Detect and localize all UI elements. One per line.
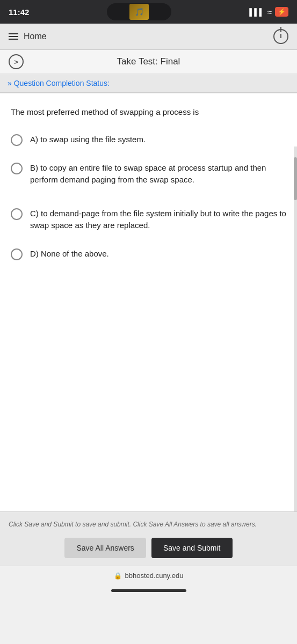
status-bar-center-pill: 🎵 <box>107 3 171 20</box>
wifi-icon: ≈ <box>267 8 272 17</box>
radio-d[interactable] <box>11 248 23 260</box>
battery-icon: ⚡ <box>275 7 288 17</box>
content-wrapper: The most preferred method of swapping a … <box>0 93 297 511</box>
lock-icon: 🔒 <box>114 572 122 580</box>
option-c[interactable]: C) to demand-page from the file system i… <box>11 208 286 232</box>
footer-buttons: Save All Answers Save and Submit <box>9 538 288 558</box>
radio-b[interactable] <box>11 163 23 174</box>
footer-area: Click Save and Submit to save and submit… <box>0 511 297 566</box>
option-d-text: D) None of the above. <box>30 248 109 260</box>
hamburger-icon <box>9 33 18 40</box>
main-content: The most preferred method of swapping a … <box>0 93 297 511</box>
radio-c[interactable] <box>11 208 23 220</box>
url-text: bbhosted.cuny.edu <box>125 572 184 580</box>
nav-bar: Home <box>0 24 297 50</box>
power-button[interactable] <box>273 29 288 44</box>
completion-status-bar: Question Completion Status: <box>0 74 297 93</box>
back-button[interactable]: > <box>9 54 24 69</box>
option-d[interactable]: D) None of the above. <box>11 248 286 260</box>
status-bar: 11:42 🎵 ▌▌▌ ≈ ⚡ <box>0 0 297 24</box>
scrollbar-track[interactable] <box>294 147 297 511</box>
save-all-button[interactable]: Save All Answers <box>64 538 146 558</box>
home-button[interactable]: Home <box>9 32 47 41</box>
signal-icon: ▌▌▌ <box>249 8 264 16</box>
completion-status-label: Question Completion Status: <box>8 79 110 87</box>
page-title: Take Test: Final <box>117 56 180 67</box>
option-a[interactable]: A) to swap using the file system. <box>11 134 286 146</box>
option-a-text: A) to swap using the file system. <box>30 134 146 146</box>
status-time: 11:42 <box>9 8 29 17</box>
page-title-bar: > Take Test: Final <box>0 50 297 74</box>
status-icons: ▌▌▌ ≈ ⚡ <box>249 7 288 17</box>
question-text: The most preferred method of swapping a … <box>11 106 286 119</box>
home-indicator <box>0 585 297 596</box>
option-b[interactable]: B) to copy an entire file to swap space … <box>11 162 286 186</box>
footer-instructions: Click Save and Submit to save and submit… <box>9 519 288 529</box>
url-bar: 🔒 bbhosted.cuny.edu <box>0 566 297 585</box>
save-submit-button[interactable]: Save and Submit <box>151 538 233 558</box>
option-b-text: B) to copy an entire file to swap space … <box>30 162 286 186</box>
option-c-text: C) to demand-page from the file system i… <box>30 208 286 232</box>
scrollbar-thumb[interactable] <box>294 157 297 200</box>
home-label: Home <box>24 32 47 41</box>
radio-a[interactable] <box>11 134 23 146</box>
home-indicator-bar <box>111 589 186 592</box>
